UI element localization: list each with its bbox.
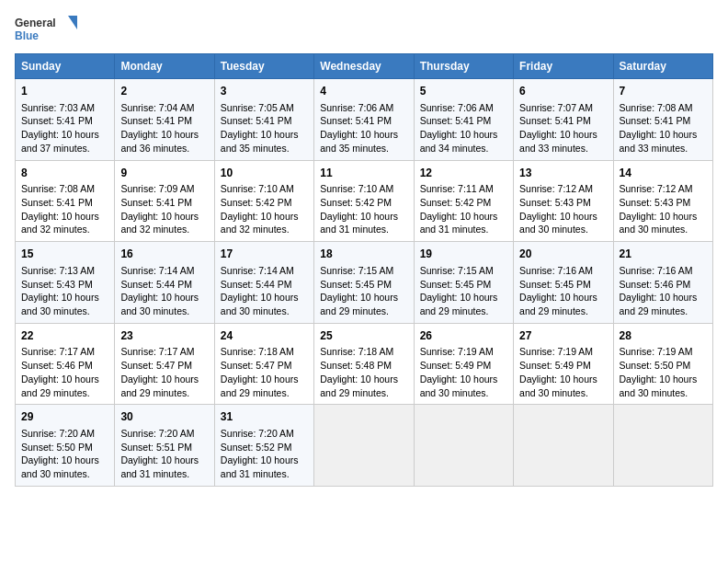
day-info: Sunset: 5:41 PM xyxy=(120,114,208,128)
day-info: Sunrise: 7:10 AM xyxy=(221,182,308,196)
day-info: Sunrise: 7:06 AM xyxy=(320,101,407,115)
calendar-cell: 23Sunrise: 7:17 AMSunset: 5:47 PMDayligh… xyxy=(115,323,214,405)
day-info: and 30 minutes. xyxy=(21,304,108,318)
logo-svg: General Blue xyxy=(15,15,79,44)
day-info: Daylight: 10 hours xyxy=(21,373,108,386)
day-info: Sunset: 5:45 PM xyxy=(519,278,607,292)
column-header-thursday: Thursday xyxy=(414,54,513,79)
calendar-cell: 31Sunrise: 7:20 AMSunset: 5:52 PMDayligh… xyxy=(214,405,313,487)
day-info: Sunset: 5:49 PM xyxy=(420,359,507,373)
day-info: Sunrise: 7:14 AM xyxy=(221,264,308,278)
calendar-cell: 17Sunrise: 7:14 AMSunset: 5:44 PMDayligh… xyxy=(214,242,313,324)
day-info: Sunset: 5:49 PM xyxy=(519,359,607,373)
day-info: and 30 minutes. xyxy=(221,304,308,318)
day-info: Sunset: 5:43 PM xyxy=(620,196,707,210)
day-info: Sunset: 5:41 PM xyxy=(519,114,607,128)
column-header-wednesday: Wednesday xyxy=(314,54,414,79)
calendar-cell: 26Sunrise: 7:19 AMSunset: 5:49 PMDayligh… xyxy=(414,323,513,405)
day-info: Sunset: 5:50 PM xyxy=(620,359,707,373)
day-number: 20 xyxy=(519,247,607,262)
calendar-cell xyxy=(314,405,414,487)
day-info: Sunrise: 7:04 AM xyxy=(120,101,208,115)
day-info: and 36 minutes. xyxy=(120,142,208,155)
day-info: Sunset: 5:41 PM xyxy=(320,114,407,128)
day-info: Sunrise: 7:18 AM xyxy=(320,345,407,359)
day-info: Daylight: 10 hours xyxy=(320,373,407,386)
day-info: Sunset: 5:42 PM xyxy=(320,196,407,210)
calendar-cell: 12Sunrise: 7:11 AMSunset: 5:42 PMDayligh… xyxy=(414,160,513,242)
day-number: 30 xyxy=(120,409,208,425)
day-number: 5 xyxy=(420,84,507,99)
day-info: and 29 minutes. xyxy=(221,386,308,400)
calendar-cell: 19Sunrise: 7:15 AMSunset: 5:45 PMDayligh… xyxy=(414,242,513,324)
day-number: 3 xyxy=(221,84,308,99)
day-info: Daylight: 10 hours xyxy=(120,291,208,304)
calendar-cell: 13Sunrise: 7:12 AMSunset: 5:43 PMDayligh… xyxy=(514,160,613,242)
day-info: Sunset: 5:50 PM xyxy=(21,441,108,454)
day-number: 17 xyxy=(221,247,308,262)
calendar-cell: 28Sunrise: 7:19 AMSunset: 5:50 PMDayligh… xyxy=(613,323,712,405)
calendar-cell: 22Sunrise: 7:17 AMSunset: 5:46 PMDayligh… xyxy=(16,323,115,405)
day-info: Sunrise: 7:11 AM xyxy=(420,182,507,196)
svg-text:Blue: Blue xyxy=(15,29,39,42)
day-info: Daylight: 10 hours xyxy=(519,210,607,224)
calendar-cell xyxy=(613,405,712,487)
day-number: 4 xyxy=(320,84,407,99)
day-info: and 30 minutes. xyxy=(519,223,607,236)
calendar-cell xyxy=(514,405,613,487)
day-info: Daylight: 10 hours xyxy=(21,454,108,467)
calendar-cell: 24Sunrise: 7:18 AMSunset: 5:47 PMDayligh… xyxy=(214,323,313,405)
week-row-1: 1Sunrise: 7:03 AMSunset: 5:41 PMDaylight… xyxy=(16,79,713,161)
day-number: 22 xyxy=(21,328,108,344)
day-info: Daylight: 10 hours xyxy=(21,291,108,304)
day-info: Sunrise: 7:08 AM xyxy=(21,182,108,196)
day-info: and 30 minutes. xyxy=(420,386,507,400)
day-info: Sunrise: 7:10 AM xyxy=(320,182,407,196)
page-header: General Blue xyxy=(15,15,713,44)
day-info: and 29 minutes. xyxy=(420,304,507,318)
calendar-table: SundayMondayTuesdayWednesdayThursdayFrid… xyxy=(15,53,713,487)
day-number: 8 xyxy=(21,166,108,181)
day-info: Sunset: 5:46 PM xyxy=(620,278,707,292)
calendar-cell: 7Sunrise: 7:08 AMSunset: 5:41 PMDaylight… xyxy=(613,79,712,161)
svg-text:General: General xyxy=(15,17,56,29)
day-number: 15 xyxy=(21,247,108,262)
day-info: Sunset: 5:45 PM xyxy=(320,278,407,292)
day-info: Sunset: 5:41 PM xyxy=(21,114,108,128)
day-info: Sunrise: 7:09 AM xyxy=(120,182,208,196)
calendar-cell: 8Sunrise: 7:08 AMSunset: 5:41 PMDaylight… xyxy=(16,160,115,242)
day-info: Daylight: 10 hours xyxy=(420,210,507,224)
calendar-cell: 16Sunrise: 7:14 AMSunset: 5:44 PMDayligh… xyxy=(115,242,214,324)
day-info: Daylight: 10 hours xyxy=(120,454,208,467)
day-info: Sunset: 5:41 PM xyxy=(221,114,308,128)
day-number: 19 xyxy=(420,247,507,262)
day-info: Sunrise: 7:20 AM xyxy=(120,427,208,441)
day-number: 12 xyxy=(420,166,507,181)
day-info: Daylight: 10 hours xyxy=(221,210,308,224)
day-number: 24 xyxy=(221,328,308,344)
day-info: and 32 minutes. xyxy=(21,223,108,236)
day-info: Daylight: 10 hours xyxy=(620,291,707,304)
day-number: 31 xyxy=(221,409,308,425)
day-number: 18 xyxy=(320,247,407,262)
day-number: 23 xyxy=(120,328,208,344)
day-info: and 30 minutes. xyxy=(620,386,707,400)
day-info: Sunrise: 7:15 AM xyxy=(420,264,507,278)
day-info: and 29 minutes. xyxy=(21,386,108,400)
day-info: Daylight: 10 hours xyxy=(620,373,707,386)
day-info: and 29 minutes. xyxy=(320,386,407,400)
day-info: and 35 minutes. xyxy=(221,142,308,155)
calendar-cell: 30Sunrise: 7:20 AMSunset: 5:51 PMDayligh… xyxy=(115,405,214,487)
day-info: and 30 minutes. xyxy=(519,386,607,400)
day-info: Daylight: 10 hours xyxy=(519,128,607,142)
day-info: and 33 minutes. xyxy=(519,142,607,155)
week-row-2: 8Sunrise: 7:08 AMSunset: 5:41 PMDaylight… xyxy=(16,160,713,242)
day-number: 21 xyxy=(620,247,707,262)
calendar-cell: 5Sunrise: 7:06 AMSunset: 5:41 PMDaylight… xyxy=(414,79,513,161)
day-info: Daylight: 10 hours xyxy=(420,373,507,386)
day-number: 14 xyxy=(620,166,707,181)
day-number: 7 xyxy=(620,84,707,99)
day-number: 10 xyxy=(221,166,308,181)
day-info: Sunset: 5:43 PM xyxy=(519,196,607,210)
calendar-cell: 27Sunrise: 7:19 AMSunset: 5:49 PMDayligh… xyxy=(514,323,613,405)
